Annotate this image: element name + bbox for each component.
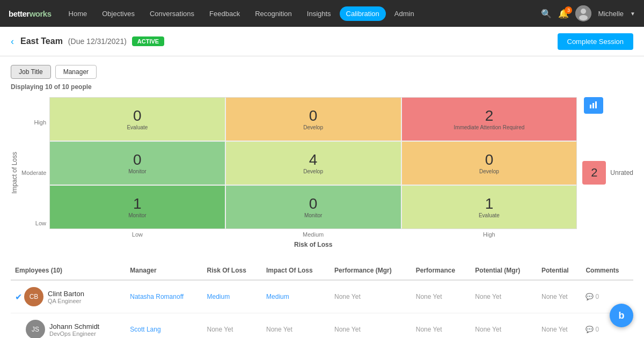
cell-high-low-label: Evaluate [479,212,500,218]
col-impact-of-loss: Impact Of Loss [262,261,330,280]
nav-home[interactable]: Home [62,6,94,21]
perf-value: None Yet [416,326,442,333]
notification-badge: 3 [565,6,572,14]
cell-high-high[interactable]: 2 Immediate Attention Required [402,98,577,141]
user-menu[interactable]: Michelle [598,10,624,18]
cell-low-low[interactable]: 1 Monitor [50,186,225,229]
manager-link[interactable]: Natasha Romanoff [130,293,184,300]
risk-cell-0: Medium [203,280,262,313]
cell-medium-high-label: Develop [303,124,323,130]
pot-cell-1: None Yet [537,313,581,339]
cell-medium-low-value: 0 [309,196,318,211]
cell-medium-moderate-label: Develop [303,168,323,174]
pot-mgr-value: None Yet [475,293,501,300]
manager-filter[interactable]: Manager [55,65,97,79]
y-tick-high: High [21,119,46,126]
svg-point-1 [581,9,586,14]
cell-high-moderate[interactable]: 0 Develop [402,142,577,185]
manager-link[interactable]: Scott Lang [130,326,160,333]
cell-medium-high-value: 0 [309,108,318,123]
nav-conversations[interactable]: Conversations [143,6,201,21]
nav-insights[interactable]: Insights [301,6,338,21]
perf-mgr-cell-1: None Yet [330,313,412,339]
nav-feedback[interactable]: Feedback [203,6,246,21]
employee-title: DevOps Engineer [49,330,99,337]
nav-calibration[interactable]: Calibration [340,6,386,21]
employee-name: Johann Schmidt [49,322,99,330]
user-dropdown-chevron[interactable]: ▼ [630,11,635,17]
impact-value: None Yet [266,326,292,333]
pot-mgr-cell-1: None Yet [471,313,537,339]
employee-cell-0: ✔ CB Clint Barton QA Engineer [11,280,126,313]
pot-mgr-cell-0: None Yet [471,280,537,313]
cell-medium-high[interactable]: 0 Develop [226,98,401,141]
search-icon[interactable]: 🔍 [541,9,552,19]
pot-value: None Yet [541,293,568,300]
nav-admin[interactable]: Admin [388,6,421,21]
cell-medium-low-label: Monitor [304,212,322,218]
displaying-text: Displaying 10 of 10 people [11,83,633,91]
risk-value[interactable]: Medium [207,293,230,300]
cell-high-low[interactable]: 1 Evaluate [402,186,577,229]
chat-button[interactable]: b [610,304,633,327]
cell-low-low-label: Monitor [128,212,146,218]
perf-cell-0: None Yet [412,280,471,313]
unrated-count: 2 [582,161,606,185]
unrated-label: Unrated [610,169,633,177]
nav-recognition[interactable]: Recognition [248,6,298,21]
pot-value: None Yet [541,326,568,333]
employee-name: Clint Barton [48,290,84,298]
avatar [575,5,591,21]
pot-cell-0: None Yet [537,280,581,313]
y-tick-moderate: Moderate [21,170,46,176]
cell-low-moderate-value: 0 [133,152,142,167]
row-check-icon: ✔ [15,292,22,302]
cell-low-moderate[interactable]: 0 Monitor [50,142,225,185]
col-risk-of-loss: Risk Of Loss [203,261,262,280]
x-axis-title: Risk of Loss [49,241,577,248]
cell-low-moderate-label: Monitor [128,168,146,174]
cell-high-high-value: 2 [485,108,494,123]
employee-avatar: CB [24,287,43,306]
manager-cell-1: Scott Lang [126,313,202,339]
manager-cell-0: Natasha Romanoff [126,280,202,313]
col-manager: Manager [126,261,202,280]
cell-low-high-label: Evaluate [127,124,148,130]
x-label-low: Low [49,231,225,238]
filter-row: Job Title Manager [11,65,633,79]
col-comments: Comments [581,261,633,280]
cell-medium-moderate[interactable]: 4 Develop [226,142,401,185]
job-title-filter[interactable]: Job Title [11,65,51,79]
comment-icon: 💬 [586,293,594,300]
notification-icon[interactable]: 🔔 3 [558,9,569,19]
col-potential-mgr: Potential (Mgr) [471,261,537,280]
cell-low-high[interactable]: 0 Evaluate [50,98,225,141]
back-button[interactable]: ‹ [11,36,14,47]
complete-session-button[interactable]: Complete Session [558,33,634,50]
impact-value[interactable]: Medium [266,293,289,300]
pot-mgr-value: None Yet [475,326,501,333]
nine-box-cells: 0 Evaluate 0 Develop 2 Immediate Attenti… [49,97,577,229]
employee-avatar: JS [26,320,45,338]
cell-high-low-value: 1 [485,196,494,211]
chart-icon-button[interactable] [584,97,603,114]
nav-objectives[interactable]: Objectives [96,6,141,21]
col-performance: Performance [412,261,471,280]
svg-rect-4 [592,103,594,108]
perf-cell-1: None Yet [412,313,471,339]
impact-cell-1: None Yet [262,313,330,339]
employee-title: QA Engineer [48,298,84,304]
col-performance-mgr: Performance (Mgr) [330,261,412,280]
cell-medium-low[interactable]: 0 Monitor [226,186,401,229]
col-potential: Potential [537,261,581,280]
perf-value: None Yet [416,293,442,300]
app-logo: betterworks [9,9,52,18]
svg-rect-3 [590,105,591,108]
comment-icon: 💬 [586,326,594,333]
col-employees: Employees (10) [11,261,126,280]
x-label-medium: Medium [225,231,401,238]
table-row: JS Johann Schmidt DevOps Engineer Scott … [11,313,633,339]
main-content: Job Title Manager Displaying 10 of 10 pe… [0,56,644,338]
impact-cell-0: Medium [262,280,330,313]
cell-low-high-value: 0 [133,108,142,123]
